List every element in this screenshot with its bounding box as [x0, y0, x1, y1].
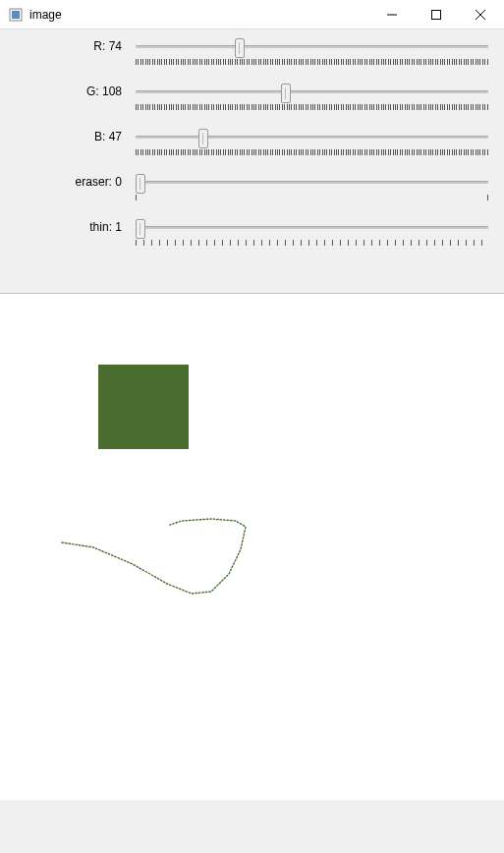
titlebar: image — [0, 0, 504, 29]
slider-eraser[interactable] — [130, 173, 494, 202]
app-icon — [8, 7, 24, 23]
close-button[interactable] — [458, 0, 502, 29]
slider-track — [136, 226, 488, 229]
slider-r[interactable] — [130, 37, 494, 67]
slider-thumb[interactable] — [235, 38, 245, 58]
slider-b[interactable] — [130, 128, 494, 157]
slider-ticks — [136, 195, 488, 200]
controls-panel: R: 74 G: 108 B: 47 e — [0, 29, 504, 293]
slider-label-thin: thin: 1 — [10, 218, 130, 234]
slider-value-g: 108 — [102, 85, 122, 98]
slider-track — [136, 136, 488, 139]
slider-name-r: R: — [93, 39, 105, 53]
slider-value-eraser: 0 — [115, 175, 122, 189]
slider-row-b: B: 47 — [10, 128, 494, 157]
slider-row-thin: thin: 1 — [10, 218, 494, 248]
slider-thumb[interactable] — [198, 129, 208, 148]
slider-label-b: B: 47 — [10, 128, 130, 143]
slider-label-r: R: 74 — [10, 37, 130, 53]
slider-thumb[interactable] — [281, 84, 291, 103]
slider-label-g: G: 108 — [10, 83, 130, 98]
slider-value-thin: 1 — [115, 220, 122, 234]
slider-ticks — [136, 149, 488, 155]
window-title: image — [29, 8, 369, 22]
drawn-stroke — [54, 515, 270, 603]
slider-value-r: 74 — [109, 39, 122, 53]
drawn-rectangle — [98, 365, 189, 449]
slider-track — [136, 90, 488, 93]
slider-ticks — [136, 59, 488, 65]
slider-ticks — [136, 240, 488, 246]
slider-name-eraser: eraser: — [76, 175, 112, 189]
minimize-button[interactable] — [369, 0, 414, 29]
slider-name-thin: thin: — [89, 220, 112, 234]
svg-rect-1 — [12, 11, 20, 19]
slider-thin[interactable] — [130, 218, 494, 248]
slider-row-eraser: eraser: 0 — [10, 173, 494, 202]
slider-label-eraser: eraser: 0 — [10, 173, 130, 189]
slider-name-b: B: — [94, 130, 105, 143]
slider-track — [136, 45, 488, 48]
slider-value-b: 47 — [109, 130, 122, 143]
drawing-canvas[interactable] — [0, 293, 504, 800]
slider-thumb[interactable] — [136, 174, 145, 194]
svg-rect-3 — [431, 10, 440, 19]
slider-row-r: R: 74 — [10, 37, 494, 67]
slider-ticks — [136, 104, 488, 110]
slider-track — [136, 181, 488, 184]
maximize-button[interactable] — [414, 0, 458, 29]
slider-g[interactable] — [130, 83, 494, 112]
slider-row-g: G: 108 — [10, 83, 494, 112]
slider-name-g: G: — [86, 85, 99, 98]
slider-thumb[interactable] — [136, 219, 145, 239]
